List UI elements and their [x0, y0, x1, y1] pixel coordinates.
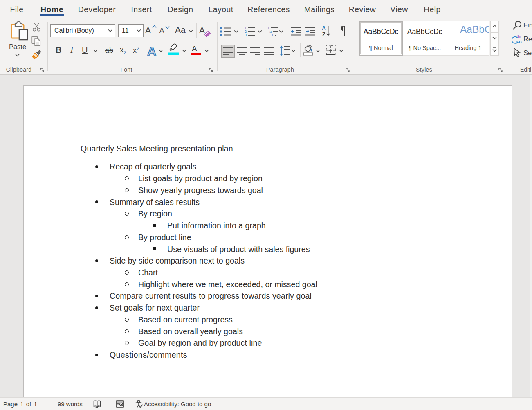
svg-text:3: 3: [245, 33, 247, 37]
svg-text:i: i: [272, 33, 273, 37]
svg-text:A: A: [147, 44, 156, 56]
svg-text:A: A: [322, 25, 326, 32]
svg-text:Z: Z: [322, 31, 326, 37]
svg-text:a: a: [269, 29, 272, 34]
svg-text:c: c: [519, 38, 522, 45]
